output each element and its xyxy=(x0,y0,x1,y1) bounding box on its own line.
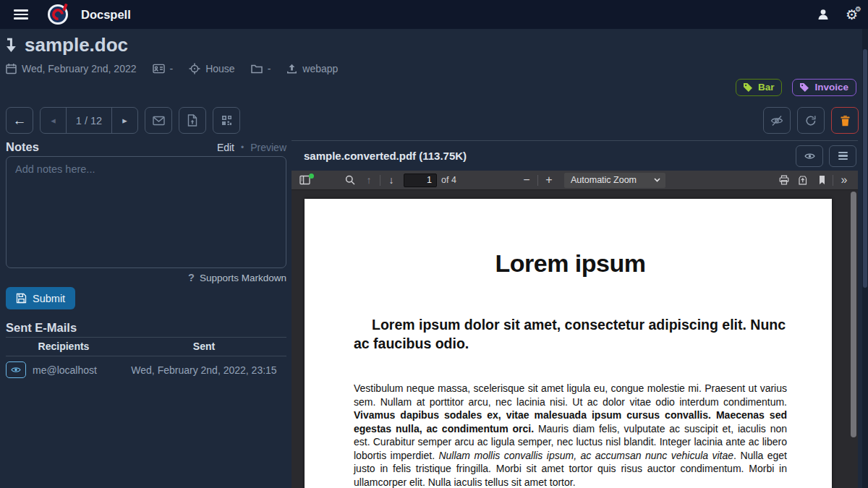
tag-icon xyxy=(743,82,753,93)
docspell-app: Docspell ⚙⚙ sample.doc Wed, February 2nd… xyxy=(0,0,868,488)
attachment-panel: sample.converted.pdf (113.75K) ↑ ↓ xyxy=(292,140,858,488)
sidebar-notification-dot xyxy=(309,174,314,179)
item-pagination: ◂ 1 / 12 ▸ xyxy=(40,107,138,134)
dot-separator: • xyxy=(241,142,244,153)
docspell-logo[interactable] xyxy=(48,4,68,25)
notes-submit-button[interactable]: Submit xyxy=(6,287,75,309)
view-email-button[interactable] xyxy=(6,361,26,378)
download-file-icon xyxy=(798,175,808,185)
sent-emails-heading: Sent E-Mails xyxy=(6,321,77,335)
redo-icon xyxy=(805,115,817,127)
qr-code-icon xyxy=(221,115,232,126)
window-scrollbar[interactable] xyxy=(862,29,868,488)
find-in-document-button[interactable] xyxy=(341,171,359,189)
notes-preview-tab[interactable]: Preview xyxy=(250,142,286,153)
tag-invoice[interactable]: Invoice xyxy=(792,79,856,96)
reprocess-button[interactable] xyxy=(797,107,825,134)
qr-code-button[interactable] xyxy=(213,107,240,134)
pdf-viewer: Lorem ipsum Lorem ipsum dolor sit amet, … xyxy=(292,190,858,488)
sent-emails-table: Recipients Sent me@localhost Wed, Februa… xyxy=(6,337,286,378)
bookmark-icon xyxy=(818,175,826,185)
pagination-label: 1 / 12 xyxy=(66,108,112,133)
zoom-select[interactable]: Automatic Zoom xyxy=(564,173,665,188)
settings-gears-icon[interactable]: ⚙⚙ xyxy=(846,8,858,22)
previous-page-button[interactable]: ↑ xyxy=(359,171,378,189)
zoom-out-button[interactable]: − xyxy=(517,171,536,189)
delete-item-button[interactable] xyxy=(831,107,859,134)
file-upload-icon xyxy=(187,114,197,127)
item-header: sample.doc Wed, February 2nd, 2022 - Hou… xyxy=(6,34,338,74)
address-card-icon xyxy=(153,64,165,74)
pdf-subheading: Lorem ipsum dolor sit amet, consectetur … xyxy=(354,315,787,353)
pdf-page: Lorem ipsum Lorem ipsum dolor sit amet, … xyxy=(305,199,832,488)
chevron-down-icon xyxy=(654,178,660,182)
save-icon xyxy=(16,293,27,304)
more-tools-button[interactable]: » xyxy=(835,171,854,189)
toggle-sidebar-button[interactable] xyxy=(296,171,315,189)
notes-input[interactable] xyxy=(6,156,286,268)
hide-item-button[interactable] xyxy=(763,107,791,134)
eye-slash-icon xyxy=(770,115,783,127)
download-button[interactable] xyxy=(793,171,812,189)
tag-icon xyxy=(799,82,809,93)
printer-icon xyxy=(779,175,789,185)
print-button[interactable] xyxy=(775,171,793,189)
eye-icon xyxy=(11,366,21,374)
notes-edit-tab[interactable]: Edit xyxy=(217,142,234,153)
sent-email-row: me@localhost Wed, February 2nd, 2022, 23… xyxy=(6,361,286,378)
app-title: Docspell xyxy=(81,8,131,22)
page-count-label: of 4 xyxy=(441,175,456,185)
upload-icon xyxy=(286,64,297,74)
view-original-button[interactable] xyxy=(796,145,823,167)
item-toolbar: ← ◂ 1 / 12 ▸ xyxy=(6,107,859,134)
attachment-menu-button[interactable] xyxy=(829,145,856,167)
prev-item-button[interactable]: ◂ xyxy=(41,108,66,133)
attachment-filename: sample.converted.pdf (113.75K) xyxy=(304,150,467,162)
item-title-text: sample.doc xyxy=(25,34,128,56)
eye-icon xyxy=(804,152,815,160)
user-account-icon[interactable] xyxy=(817,8,830,21)
col-sent: Sent xyxy=(122,341,286,352)
calendar-icon xyxy=(6,63,17,74)
item-concerning: House xyxy=(189,63,234,74)
pdfjs-toolbar: ↑ ↓ of 4 − + Automatic Zoom xyxy=(292,171,858,190)
current-view-bookmark-button[interactable] xyxy=(812,171,831,189)
col-recipients: Recipients xyxy=(6,341,122,352)
back-button[interactable]: ← xyxy=(6,107,33,134)
page-number-input[interactable] xyxy=(404,174,437,187)
pdf-body-paragraph: Vestibulum neque massa, scelerisque sit … xyxy=(354,382,787,488)
item-folder: - xyxy=(251,63,271,74)
item-source: webapp xyxy=(286,63,338,74)
send-mail-button[interactable] xyxy=(145,107,172,134)
pdf-scrollbar[interactable] xyxy=(851,192,856,484)
envelope-icon xyxy=(153,116,165,126)
item-correspondent: - xyxy=(153,63,174,74)
tag-list: Bar Invoice xyxy=(736,79,856,96)
next-page-button[interactable]: ↓ xyxy=(382,171,401,189)
item-side-panel: Notes Edit • Preview ? Supports Markdown… xyxy=(6,140,286,488)
top-navbar: Docspell ⚙⚙ xyxy=(0,0,868,29)
hamburger-menu-icon[interactable] xyxy=(10,5,32,24)
download-arrow-icon xyxy=(6,38,17,53)
markdown-hint-link[interactable]: ? Supports Markdown xyxy=(188,272,286,283)
item-date: Wed, February 2nd, 2022 xyxy=(6,63,137,74)
email-recipient: me@localhost xyxy=(33,364,122,376)
zoom-in-button[interactable]: + xyxy=(540,171,558,189)
email-sent-date: Wed, February 2nd, 2022, 23:15 xyxy=(122,364,286,376)
next-item-button[interactable]: ▸ xyxy=(112,108,137,133)
trash-icon xyxy=(840,115,851,127)
notes-heading: Notes xyxy=(6,140,39,154)
folder-icon xyxy=(251,64,263,74)
question-icon: ? xyxy=(188,272,195,283)
menu-bars-icon xyxy=(838,152,848,160)
crosshairs-icon xyxy=(189,63,200,74)
tag-bar[interactable]: Bar xyxy=(736,79,783,96)
add-files-button[interactable] xyxy=(179,107,206,134)
pdf-document-title: Lorem ipsum xyxy=(354,249,787,278)
